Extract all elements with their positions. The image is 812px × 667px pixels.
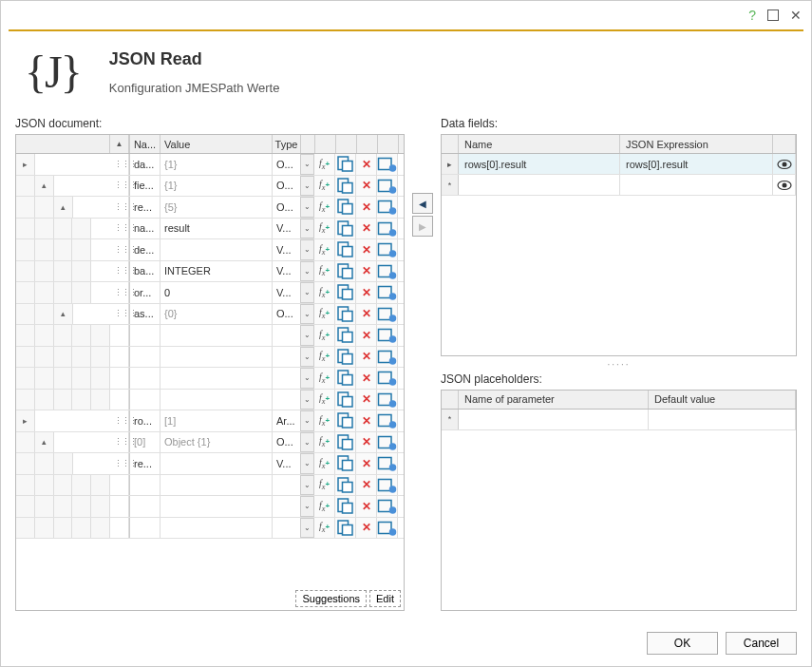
node-value[interactable]: result — [161, 219, 273, 239]
advanced-button[interactable] — [377, 261, 398, 282]
tree-row[interactable]: na...resultV...⌄fx+✕ — [16, 219, 404, 240]
ph-name-header[interactable]: Name of parameter — [459, 391, 649, 409]
df-name-cell[interactable]: rows[0].result — [459, 154, 620, 174]
advanced-button[interactable] — [377, 197, 398, 218]
delete-button[interactable]: ✕ — [356, 475, 377, 496]
expand-toggle[interactable]: ▴ — [35, 432, 54, 453]
cancel-button[interactable]: Cancel — [726, 632, 797, 655]
df-name-header[interactable]: Name — [459, 135, 620, 153]
fx-button[interactable]: fx+ — [314, 410, 335, 431]
fx-button[interactable]: fx+ — [314, 219, 335, 239]
edit-button[interactable]: Edit — [369, 590, 401, 607]
node-value[interactable] — [161, 368, 273, 389]
delete-button[interactable]: ✕ — [356, 154, 377, 175]
advanced-button[interactable] — [377, 496, 398, 517]
tree-row[interactable]: ba...INTEGERV...⌄fx+✕ — [16, 261, 404, 283]
fx-button[interactable]: fx+ — [314, 176, 335, 197]
help-icon[interactable]: ? — [748, 8, 756, 23]
visibility-toggle[interactable] — [773, 154, 796, 174]
advanced-button[interactable] — [377, 347, 398, 368]
copy-button[interactable] — [335, 475, 356, 496]
df-expr-header[interactable]: JSON Expression — [620, 135, 773, 153]
type-dropdown[interactable]: ⌄ — [300, 390, 314, 410]
expand-toggle[interactable]: ▴ — [35, 176, 54, 197]
advanced-button[interactable] — [377, 154, 398, 175]
delete-button[interactable]: ✕ — [356, 432, 377, 453]
fx-button[interactable]: fx+ — [314, 154, 335, 175]
advanced-button[interactable] — [377, 239, 398, 260]
data-field-row[interactable]: * — [442, 175, 796, 196]
delete-button[interactable]: ✕ — [356, 410, 377, 431]
node-value[interactable]: {1} — [161, 176, 273, 197]
type-dropdown[interactable]: ⌄ — [300, 239, 314, 260]
type-dropdown[interactable]: ⌄ — [300, 304, 314, 325]
delete-button[interactable]: ✕ — [356, 325, 377, 346]
col-type-header[interactable]: Type — [273, 135, 301, 153]
fx-button[interactable]: fx+ — [314, 282, 335, 303]
delete-button[interactable]: ✕ — [356, 176, 377, 197]
node-value[interactable]: {1} — [161, 154, 273, 175]
visibility-toggle[interactable] — [773, 175, 796, 195]
type-dropdown[interactable]: ⌄ — [300, 176, 314, 197]
delete-button[interactable]: ✕ — [356, 219, 377, 239]
advanced-button[interactable] — [377, 304, 398, 325]
type-dropdown[interactable]: ⌄ — [300, 432, 314, 453]
node-value[interactable]: {0} — [161, 304, 273, 325]
placeholder-row[interactable]: * — [442, 410, 796, 430]
copy-button[interactable] — [335, 154, 356, 175]
tree-row[interactable]: ⌄fx+✕ — [16, 390, 404, 411]
tree-row[interactable]: ⌄fx+✕ — [16, 368, 404, 390]
advanced-button[interactable] — [377, 176, 398, 197]
node-value[interactable]: Object {1} — [161, 432, 273, 453]
advanced-button[interactable] — [377, 518, 398, 539]
type-dropdown[interactable]: ⌄ — [300, 261, 314, 282]
tree-row[interactable]: ⌄fx+✕ — [16, 518, 404, 540]
arrow-left-button[interactable]: ◀ — [412, 193, 433, 214]
col-value-header[interactable]: Value — [161, 135, 273, 153]
copy-button[interactable] — [335, 261, 356, 282]
arrow-right-button[interactable]: ▶ — [412, 216, 433, 237]
type-dropdown[interactable]: ⌄ — [300, 453, 314, 474]
expand-toggle[interactable]: ▸ — [16, 154, 35, 175]
fx-button[interactable]: fx+ — [314, 347, 335, 368]
copy-button[interactable] — [335, 197, 356, 218]
tree-row[interactable]: de...V...⌄fx+✕ — [16, 239, 404, 261]
copy-button[interactable] — [335, 304, 356, 325]
tree-row[interactable]: ⌄fx+✕ — [16, 496, 404, 518]
type-dropdown[interactable]: ⌄ — [300, 154, 314, 175]
delete-button[interactable]: ✕ — [356, 261, 377, 282]
node-value[interactable] — [161, 453, 273, 474]
advanced-button[interactable] — [377, 368, 398, 389]
advanced-button[interactable] — [377, 390, 398, 410]
fx-button[interactable]: fx+ — [314, 368, 335, 389]
copy-button[interactable] — [335, 368, 356, 389]
df-name-cell[interactable] — [459, 175, 620, 195]
fx-button[interactable]: fx+ — [314, 496, 335, 517]
expand-toggle[interactable]: ▴ — [54, 304, 73, 325]
suggestions-button[interactable]: Suggestions — [295, 590, 367, 607]
copy-button[interactable] — [335, 390, 356, 410]
delete-button[interactable]: ✕ — [356, 282, 377, 303]
node-value[interactable]: INTEGER — [161, 261, 273, 282]
fx-button[interactable]: fx+ — [314, 325, 335, 346]
copy-button[interactable] — [335, 410, 356, 431]
df-expr-cell[interactable] — [620, 175, 773, 195]
tree-row[interactable]: ▴[0]Object {1}O...⌄fx+✕ — [16, 432, 404, 454]
tree-row[interactable]: ▴as...{0}O...⌄fx+✕ — [16, 304, 404, 326]
delete-button[interactable]: ✕ — [356, 390, 377, 410]
tree-row[interactable]: ⌄fx+✕ — [16, 325, 404, 347]
node-value[interactable] — [161, 496, 273, 517]
advanced-button[interactable] — [377, 282, 398, 303]
fx-button[interactable]: fx+ — [314, 261, 335, 282]
ph-default-cell[interactable] — [649, 410, 796, 429]
copy-button[interactable] — [335, 347, 356, 368]
copy-button[interactable] — [335, 325, 356, 346]
tree-row[interactable]: or...0V...⌄fx+✕ — [16, 282, 404, 304]
maximize-button[interactable] — [767, 10, 779, 21]
ph-name-cell[interactable] — [459, 410, 649, 429]
type-dropdown[interactable]: ⌄ — [300, 368, 314, 389]
close-button[interactable]: ✕ — [790, 8, 802, 23]
type-dropdown[interactable]: ⌄ — [300, 325, 314, 346]
advanced-button[interactable] — [377, 325, 398, 346]
node-value[interactable]: {5} — [161, 197, 273, 218]
